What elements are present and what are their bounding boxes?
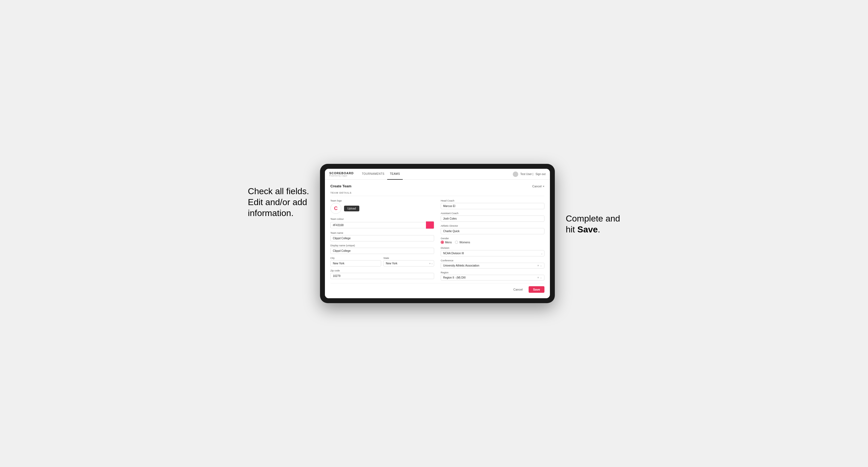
- nav-tournaments[interactable]: TOURNAMENTS: [359, 169, 387, 180]
- conference-value: University Athletic Association: [443, 264, 479, 267]
- region-clear-icon[interactable]: ×: [537, 276, 539, 279]
- logo-sub: Powered by clippd: [329, 175, 353, 177]
- display-name-group: Display name (unique): [330, 244, 434, 254]
- logo-area: SCOREBOARD Powered by clippd: [329, 172, 353, 177]
- team-logo-group: Team logo C Upload: [330, 199, 434, 215]
- conference-controls: × ⌄: [537, 264, 542, 267]
- annotation-right-line-1: Complete and: [566, 214, 620, 223]
- team-colour-label: Team colour: [330, 218, 434, 220]
- modal-title: Create Team: [330, 184, 351, 188]
- womens-label: Womens: [459, 241, 470, 244]
- annotation-right-line-2: hit: [566, 224, 578, 234]
- zip-group: Zip code: [330, 269, 434, 279]
- logo-circle: C: [330, 203, 341, 214]
- color-input-wrapper: [330, 221, 434, 229]
- modal-close-button[interactable]: Cancel ×: [532, 185, 545, 188]
- form-grid: Team logo C Upload Team colo: [330, 199, 545, 280]
- annotation-line-3: information.: [248, 208, 293, 218]
- team-logo-label: Team logo: [330, 199, 434, 202]
- footer-cancel-button[interactable]: Cancel: [509, 286, 526, 293]
- region-chevron-icon[interactable]: ⌄: [540, 276, 542, 279]
- team-name-label: Team name: [330, 231, 434, 234]
- conference-tag-item: University Athletic Association: [443, 264, 479, 267]
- region-controls: × ⌄: [537, 276, 542, 279]
- state-clear-icon[interactable]: ×: [429, 262, 431, 265]
- display-name-label: Display name (unique): [330, 244, 434, 247]
- athletic-director-group: Athletic Director: [441, 224, 545, 234]
- city-input[interactable]: [330, 260, 381, 267]
- state-select-wrapper: × ⌄: [383, 260, 434, 267]
- color-text-input[interactable]: [330, 222, 426, 228]
- modal-container: Create Team Cancel × TEAM DETAILS: [325, 180, 550, 298]
- region-tag-select[interactable]: Region II - (M) DIII × ⌄: [441, 275, 545, 280]
- zip-label: Zip code: [330, 269, 434, 272]
- conference-clear-icon[interactable]: ×: [537, 264, 539, 267]
- athletic-director-input[interactable]: [441, 228, 545, 234]
- form-left: Team logo C Upload Team colo: [330, 199, 434, 280]
- logo-text: SCOREBOARD: [329, 172, 353, 175]
- gender-row: Mens Womens: [441, 241, 545, 244]
- zip-input[interactable]: [330, 273, 434, 279]
- womens-radio[interactable]: [455, 241, 458, 244]
- logo-letter: C: [334, 206, 338, 211]
- mens-radio[interactable]: [441, 241, 444, 244]
- annotation-right-end: .: [598, 224, 600, 234]
- assistant-coach-group: Assistant Coach: [441, 212, 545, 222]
- gender-mens-option[interactable]: Mens: [441, 241, 452, 244]
- team-colour-group: Team colour: [330, 218, 434, 229]
- city-group: City: [330, 257, 381, 267]
- close-icon: ×: [542, 185, 544, 188]
- modal-footer: Cancel Save: [330, 283, 545, 294]
- user-avatar: [513, 172, 518, 177]
- section-label: TEAM DETAILS: [330, 191, 545, 196]
- nav-right: Test User | Sign out: [513, 172, 546, 177]
- color-swatch[interactable]: [426, 221, 434, 229]
- user-name: Test User |: [520, 173, 533, 176]
- assistant-coach-input[interactable]: [441, 216, 545, 222]
- city-state-row: City State ×: [330, 257, 434, 267]
- athletic-director-label: Athletic Director: [441, 224, 545, 227]
- region-tag-item: Region II - (M) DIII: [443, 276, 466, 279]
- left-annotation: Check all fields. Edit and/or add inform…: [248, 164, 309, 218]
- conference-chevron-icon[interactable]: ⌄: [540, 264, 542, 267]
- region-value: Region II - (M) DIII: [443, 276, 466, 279]
- head-coach-input[interactable]: [441, 203, 545, 209]
- state-chevron-icon[interactable]: ⌄: [431, 262, 433, 264]
- division-select[interactable]: NCAA Division III: [441, 250, 545, 256]
- cancel-label: Cancel: [532, 185, 541, 188]
- nav-teams[interactable]: TEAMS: [387, 169, 403, 180]
- mens-label: Mens: [445, 241, 452, 244]
- tablet-screen: SCOREBOARD Powered by clippd TOURNAMENTS…: [325, 169, 550, 298]
- sign-out-link[interactable]: Sign out: [535, 173, 546, 176]
- gender-womens-option[interactable]: Womens: [455, 241, 470, 244]
- conference-tag-select[interactable]: University Athletic Association × ⌄: [441, 263, 545, 269]
- gender-label: Gender: [441, 237, 545, 240]
- conference-label: Conference: [441, 259, 545, 262]
- team-name-input[interactable]: [330, 235, 434, 242]
- state-label: State: [383, 257, 434, 259]
- modal-header: Create Team Cancel ×: [330, 184, 545, 188]
- footer-save-button[interactable]: Save: [529, 286, 545, 293]
- team-name-group: Team name: [330, 231, 434, 242]
- annotation-line-1: Check all fields.: [248, 186, 309, 196]
- annotation-right-bold: Save: [578, 224, 598, 234]
- region-label: Region: [441, 271, 545, 274]
- city-state-group: City State ×: [330, 257, 434, 267]
- state-group: State × ⌄: [383, 257, 434, 267]
- nav-links: TOURNAMENTS TEAMS: [359, 169, 513, 180]
- tablet-frame: SCOREBOARD Powered by clippd TOURNAMENTS…: [320, 164, 555, 303]
- display-name-input[interactable]: [330, 248, 434, 254]
- right-annotation: Complete and hit Save.: [566, 164, 620, 235]
- gender-group: Gender Mens Womens: [441, 237, 545, 244]
- top-nav: SCOREBOARD Powered by clippd TOURNAMENTS…: [325, 169, 550, 180]
- annotation-line-2: Edit and/or add: [248, 197, 307, 207]
- assistant-coach-label: Assistant Coach: [441, 212, 545, 215]
- state-input[interactable]: [383, 260, 434, 267]
- division-group: Division NCAA Division III ⌄: [441, 247, 545, 256]
- upload-button[interactable]: Upload: [344, 206, 359, 211]
- head-coach-group: Head Coach: [441, 199, 545, 209]
- head-coach-label: Head Coach: [441, 199, 545, 202]
- city-label: City: [330, 257, 381, 259]
- state-controls: × ⌄: [429, 262, 433, 265]
- conference-group: Conference University Athletic Associati…: [441, 259, 545, 269]
